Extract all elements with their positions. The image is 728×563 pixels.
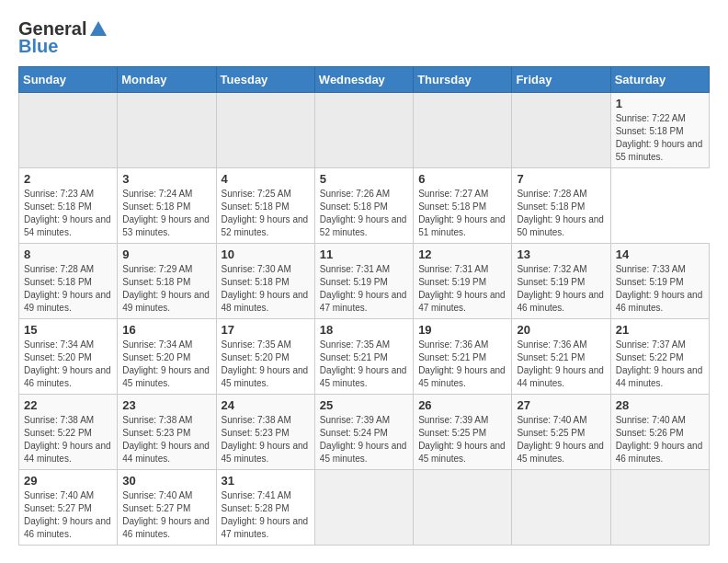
calendar-cell (414, 470, 512, 546)
cell-content: Sunrise: 7:31 AMSunset: 5:19 PMDaylight:… (418, 263, 506, 315)
cell-content: Sunrise: 7:24 AMSunset: 5:18 PMDaylight:… (122, 188, 210, 239)
cell-content: Sunrise: 7:31 AMSunset: 5:19 PMDaylight:… (320, 263, 408, 315)
cell-content: Sunrise: 7:22 AMSunset: 5:18 PMDaylight:… (616, 112, 704, 164)
day-number: 31 (222, 474, 310, 488)
calendar-cell: 11Sunrise: 7:31 AMSunset: 5:19 PMDayligh… (314, 244, 413, 319)
calendar-cell (118, 93, 216, 168)
cell-content: Sunrise: 7:40 AMSunset: 5:27 PMDaylight:… (24, 489, 112, 541)
day-number: 13 (517, 247, 605, 261)
day-number: 2 (24, 172, 112, 186)
day-number: 9 (122, 247, 210, 261)
cell-content: Sunrise: 7:38 AMSunset: 5:23 PMDaylight:… (122, 414, 210, 465)
header-cell-tuesday: Tuesday (216, 67, 314, 93)
header-row: SundayMondayTuesdayWednesdayThursdayFrid… (19, 67, 710, 93)
calendar-table: SundayMondayTuesdayWednesdayThursdayFrid… (18, 66, 710, 546)
calendar-cell (19, 93, 118, 168)
calendar-cell: 18Sunrise: 7:35 AMSunset: 5:21 PMDayligh… (314, 319, 413, 395)
cell-content: Sunrise: 7:39 AMSunset: 5:25 PMDaylight:… (418, 414, 506, 465)
calendar-cell: 20Sunrise: 7:36 AMSunset: 5:21 PMDayligh… (512, 319, 610, 395)
day-number: 26 (418, 398, 506, 412)
logo-blue: Blue (18, 36, 58, 57)
cell-content: Sunrise: 7:33 AMSunset: 5:19 PMDaylight:… (616, 263, 704, 315)
calendar-cell: 4Sunrise: 7:25 AMSunset: 5:18 PMDaylight… (216, 168, 314, 244)
calendar-cell: 27Sunrise: 7:40 AMSunset: 5:25 PMDayligh… (512, 395, 610, 470)
day-number: 6 (418, 172, 506, 186)
calendar-cell: 12Sunrise: 7:31 AMSunset: 5:19 PMDayligh… (414, 244, 512, 319)
calendar-cell: 26Sunrise: 7:39 AMSunset: 5:25 PMDayligh… (414, 395, 512, 470)
calendar-cell (512, 470, 610, 546)
calendar-cell (414, 93, 512, 168)
day-number: 10 (222, 247, 310, 261)
week-row-6: 29Sunrise: 7:40 AMSunset: 5:27 PMDayligh… (19, 470, 710, 546)
svg-marker-0 (90, 21, 107, 36)
cell-content: Sunrise: 7:40 AMSunset: 5:27 PMDaylight:… (122, 489, 210, 541)
cell-content: Sunrise: 7:30 AMSunset: 5:18 PMDaylight:… (222, 263, 310, 315)
calendar-cell: 15Sunrise: 7:34 AMSunset: 5:20 PMDayligh… (19, 319, 118, 395)
cell-content: Sunrise: 7:28 AMSunset: 5:18 PMDaylight:… (24, 263, 112, 315)
day-number: 1 (616, 97, 704, 110)
day-number: 25 (320, 398, 408, 412)
cell-content: Sunrise: 7:35 AMSunset: 5:20 PMDaylight:… (222, 339, 310, 390)
day-number: 3 (122, 172, 210, 186)
cell-content: Sunrise: 7:35 AMSunset: 5:21 PMDaylight:… (320, 339, 408, 390)
calendar-cell: 8Sunrise: 7:28 AMSunset: 5:18 PMDaylight… (19, 244, 118, 319)
calendar-cell: 25Sunrise: 7:39 AMSunset: 5:24 PMDayligh… (314, 395, 413, 470)
cell-content: Sunrise: 7:28 AMSunset: 5:18 PMDaylight:… (517, 188, 605, 239)
calendar-cell: 3Sunrise: 7:24 AMSunset: 5:18 PMDaylight… (118, 168, 216, 244)
cell-content: Sunrise: 7:38 AMSunset: 5:23 PMDaylight:… (222, 414, 310, 465)
header: General Blue (18, 18, 710, 57)
calendar-body: 1Sunrise: 7:22 AMSunset: 5:18 PMDaylight… (19, 93, 710, 546)
calendar-cell (216, 93, 314, 168)
calendar-cell: 7Sunrise: 7:28 AMSunset: 5:18 PMDaylight… (512, 168, 610, 244)
cell-content: Sunrise: 7:39 AMSunset: 5:24 PMDaylight:… (320, 414, 408, 465)
header-cell-monday: Monday (118, 67, 216, 93)
calendar-cell: 30Sunrise: 7:40 AMSunset: 5:27 PMDayligh… (118, 470, 216, 546)
day-number: 24 (222, 398, 310, 412)
calendar-cell: 22Sunrise: 7:38 AMSunset: 5:22 PMDayligh… (19, 395, 118, 470)
day-number: 17 (222, 323, 310, 337)
cell-content: Sunrise: 7:34 AMSunset: 5:20 PMDaylight:… (24, 339, 112, 390)
day-number: 15 (24, 323, 112, 337)
cell-content: Sunrise: 7:40 AMSunset: 5:25 PMDaylight:… (517, 414, 605, 465)
day-number: 30 (122, 474, 210, 488)
day-number: 18 (320, 323, 408, 337)
logo-icon (88, 19, 108, 40)
calendar-cell: 23Sunrise: 7:38 AMSunset: 5:23 PMDayligh… (118, 395, 216, 470)
day-number: 7 (517, 172, 605, 186)
cell-content: Sunrise: 7:32 AMSunset: 5:19 PMDaylight:… (517, 263, 605, 315)
day-number: 28 (616, 398, 704, 412)
calendar-header: SundayMondayTuesdayWednesdayThursdayFrid… (19, 67, 710, 93)
calendar-cell: 1Sunrise: 7:22 AMSunset: 5:18 PMDaylight… (610, 93, 709, 168)
week-row-5: 22Sunrise: 7:38 AMSunset: 5:22 PMDayligh… (19, 395, 710, 470)
calendar-cell (314, 93, 413, 168)
day-number: 23 (122, 398, 210, 412)
calendar-cell: 9Sunrise: 7:29 AMSunset: 5:18 PMDaylight… (118, 244, 216, 319)
cell-content: Sunrise: 7:34 AMSunset: 5:20 PMDaylight:… (122, 339, 210, 390)
day-number: 19 (418, 323, 506, 337)
header-cell-wednesday: Wednesday (314, 67, 413, 93)
day-number: 27 (517, 398, 605, 412)
cell-content: Sunrise: 7:26 AMSunset: 5:18 PMDaylight:… (320, 188, 408, 239)
day-number: 11 (320, 247, 408, 261)
day-number: 29 (24, 474, 112, 488)
calendar-cell: 28Sunrise: 7:40 AMSunset: 5:26 PMDayligh… (610, 395, 709, 470)
week-row-1: 1Sunrise: 7:22 AMSunset: 5:18 PMDaylight… (19, 93, 710, 168)
day-number: 16 (122, 323, 210, 337)
cell-content: Sunrise: 7:36 AMSunset: 5:21 PMDaylight:… (418, 339, 506, 390)
calendar-cell (314, 470, 413, 546)
cell-content: Sunrise: 7:40 AMSunset: 5:26 PMDaylight:… (616, 414, 704, 465)
calendar-cell: 14Sunrise: 7:33 AMSunset: 5:19 PMDayligh… (610, 244, 709, 319)
logo: General Blue (18, 18, 108, 57)
calendar-cell: 5Sunrise: 7:26 AMSunset: 5:18 PMDaylight… (314, 168, 413, 244)
day-number: 4 (222, 172, 310, 186)
cell-content: Sunrise: 7:36 AMSunset: 5:21 PMDaylight:… (517, 339, 605, 390)
day-number: 22 (24, 398, 112, 412)
calendar-cell: 2Sunrise: 7:23 AMSunset: 5:18 PMDaylight… (19, 168, 118, 244)
day-number: 8 (24, 247, 112, 261)
calendar-cell: 13Sunrise: 7:32 AMSunset: 5:19 PMDayligh… (512, 244, 610, 319)
calendar-cell: 16Sunrise: 7:34 AMSunset: 5:20 PMDayligh… (118, 319, 216, 395)
calendar-cell: 19Sunrise: 7:36 AMSunset: 5:21 PMDayligh… (414, 319, 512, 395)
header-cell-sunday: Sunday (19, 67, 118, 93)
cell-content: Sunrise: 7:38 AMSunset: 5:22 PMDaylight:… (24, 414, 112, 465)
week-row-4: 15Sunrise: 7:34 AMSunset: 5:20 PMDayligh… (19, 319, 710, 395)
